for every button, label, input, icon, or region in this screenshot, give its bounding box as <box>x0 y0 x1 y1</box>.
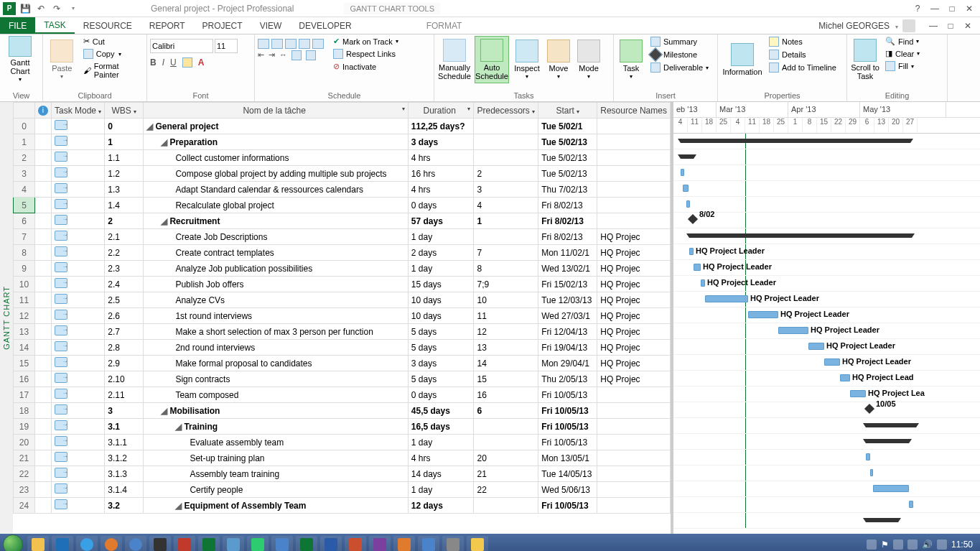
table-row[interactable]: 4 1.3 Adapt Standard calendar & ressourc… <box>14 182 671 198</box>
task-bar[interactable] <box>909 501 913 508</box>
gantt-row[interactable] <box>673 450 980 466</box>
table-row[interactable]: 17 2.11 Team composed 0 days 16 Fri 10/0… <box>14 387 671 403</box>
start-cell[interactable]: Mon 11/02/1 <box>538 245 597 261</box>
predecessor-cell[interactable]: 16 <box>474 387 538 403</box>
table-row[interactable]: 19 3.1 ◢Training 16,5 days Fri 10/05/13 <box>14 419 671 435</box>
task-name-cell[interactable]: Make a short selection of max 3 person p… <box>144 324 408 340</box>
taskbar-excel[interactable] <box>296 536 317 551</box>
task-name-cell[interactable]: Create contract templates <box>144 245 408 261</box>
task-bar[interactable]: HQ Project Leader <box>705 295 748 302</box>
tray-wifi-icon[interactable] <box>937 540 947 550</box>
predecessor-cell[interactable]: 14 <box>474 356 538 371</box>
day-header[interactable]: 18 <box>760 118 774 133</box>
gantt-row[interactable]: HQ Project Leader <box>673 323 980 339</box>
pct0-icon[interactable] <box>258 39 269 49</box>
task-name-cell[interactable]: ◢General project <box>144 119 408 134</box>
wbs-cell[interactable]: 3.1 <box>105 419 144 435</box>
wbs-cell[interactable]: 3.2 <box>105 498 144 514</box>
wbs-cell[interactable]: 3.1.1 <box>105 435 144 450</box>
tab-view[interactable]: VIEW <box>251 17 291 34</box>
font-name-select[interactable] <box>150 39 213 53</box>
task-mode-cell[interactable] <box>51 166 104 182</box>
predecessor-cell[interactable]: 8 <box>474 261 538 277</box>
find-button[interactable]: 🔍Find▾ <box>883 36 922 47</box>
start-cell[interactable]: Mon 13/05/1 <box>538 450 597 466</box>
day-header[interactable]: 4 <box>673 118 688 133</box>
gantt-row[interactable]: HQ Project Leader <box>673 292 980 307</box>
day-header[interactable]: 25 <box>717 118 731 133</box>
duration-cell[interactable]: 10 days <box>408 308 474 324</box>
table-row[interactable]: 20 3.1.1 Evaluate assembly team 1 day Fr… <box>14 435 671 450</box>
task-mode-cell[interactable] <box>51 245 104 261</box>
duration-cell[interactable]: 4 hrs <box>408 150 474 166</box>
day-header[interactable]: 13 <box>874 118 889 133</box>
table-row[interactable]: 22 3.1.3 Assembly team training 14 days … <box>14 466 671 482</box>
task-mode-cell[interactable] <box>51 198 104 213</box>
task-bar[interactable]: HQ Project Leader <box>689 248 694 255</box>
task-grid[interactable]: i Task Mode ▾ WBS ▾ Nom de la tâche ▾ Du… <box>13 102 673 534</box>
table-row[interactable]: 0 0 ◢General project 112,25 days? Tue 5/… <box>14 119 671 134</box>
predecessor-cell[interactable]: 13 <box>474 340 538 356</box>
user-avatar-icon[interactable] <box>902 19 915 32</box>
row-number-cell[interactable]: 9 <box>14 261 35 277</box>
wbs-cell[interactable]: 2.10 <box>105 371 144 387</box>
user-dropdown-icon[interactable] <box>894 21 898 31</box>
col-row-num[interactable] <box>14 103 35 119</box>
tray-clock[interactable]: 11:50 <box>951 540 973 550</box>
notes-button[interactable]: Notes <box>767 36 839 47</box>
duration-cell[interactable]: 5 days <box>408 340 474 356</box>
gantt-row[interactable] <box>673 418 980 434</box>
predecessor-cell[interactable] <box>474 134 538 150</box>
wbs-cell[interactable]: 2.7 <box>105 324 144 340</box>
task-name-cell[interactable]: Analyze CVs <box>144 292 408 308</box>
resource-cell[interactable]: HQ Projec <box>597 356 671 371</box>
tab-format[interactable]: FORMAT <box>418 17 471 34</box>
task-bar[interactable]: HQ Project Leader <box>694 264 701 271</box>
wbs-cell[interactable]: 2.4 <box>105 277 144 292</box>
help-icon[interactable]: ? <box>911 2 924 15</box>
mark-on-track-button[interactable]: ✔Mark on Track▾ <box>331 36 401 47</box>
col-predecessors[interactable]: Predecessors ▾ <box>474 103 538 119</box>
predecessor-cell[interactable] <box>474 229 538 245</box>
duration-cell[interactable]: 16 hrs <box>408 166 474 182</box>
mode-button[interactable]: Mode▾ <box>575 36 602 83</box>
wbs-cell[interactable]: 2.8 <box>105 340 144 356</box>
wbs-cell[interactable]: 3.1.2 <box>105 450 144 466</box>
view-sidebar[interactable]: GANTT CHART <box>0 102 13 534</box>
start-cell[interactable]: Tue 5/02/13 <box>538 166 597 182</box>
predecessor-cell[interactable]: 1 <box>474 213 538 229</box>
font-color-button[interactable]: A <box>198 57 205 68</box>
day-header[interactable]: 18 <box>702 118 717 133</box>
taskbar-app3[interactable] <box>247 536 269 551</box>
indicator-cell[interactable] <box>34 435 51 450</box>
inspect-button[interactable]: Inspect▾ <box>512 36 542 83</box>
task-bar[interactable]: HQ Project Leader <box>808 343 824 350</box>
resource-cell[interactable]: HQ Projec <box>597 229 671 245</box>
resource-cell[interactable]: HQ Projec <box>597 371 671 387</box>
resource-cell[interactable] <box>597 482 671 498</box>
start-cell[interactable]: Thu 7/02/13 <box>538 182 597 198</box>
gantt-row[interactable] <box>673 434 980 450</box>
task-mode-cell[interactable] <box>51 419 104 435</box>
predecessor-cell[interactable]: 12 <box>474 324 538 340</box>
row-number-cell[interactable]: 21 <box>14 450 35 466</box>
tab-project[interactable]: PROJECT <box>194 17 251 34</box>
task-name-cell[interactable]: Set-up training plan <box>144 450 408 466</box>
table-row[interactable]: 1 1 ◢Preparation 3 days Tue 5/02/13 <box>14 134 671 150</box>
task-name-cell[interactable]: ◢Recruitment <box>144 213 408 229</box>
predecessor-cell[interactable]: 4 <box>474 198 538 213</box>
taskbar-app6[interactable] <box>418 536 439 551</box>
gantt-row[interactable]: HQ Project Lead <box>673 371 980 386</box>
pct75-icon[interactable] <box>299 39 310 49</box>
inner-restore-icon[interactable]: □ <box>944 19 957 32</box>
start-cell[interactable]: Fri 10/05/13 <box>538 419 597 435</box>
window-restore-icon[interactable]: □ <box>946 2 958 15</box>
predecessor-cell[interactable]: 10 <box>474 292 538 308</box>
resource-cell[interactable]: HQ Projec <box>597 245 671 261</box>
table-row[interactable]: 8 2.2 Create contract templates 2 days 7… <box>14 245 671 261</box>
table-row[interactable]: 11 2.5 Analyze CVs 10 days 10 Tue 12/03/… <box>14 292 671 308</box>
gantt-row[interactable] <box>673 134 980 149</box>
resource-cell[interactable]: HQ Projec <box>597 261 671 277</box>
duration-cell[interactable]: 1 day <box>408 435 474 450</box>
day-header[interactable]: 4 <box>731 118 745 133</box>
